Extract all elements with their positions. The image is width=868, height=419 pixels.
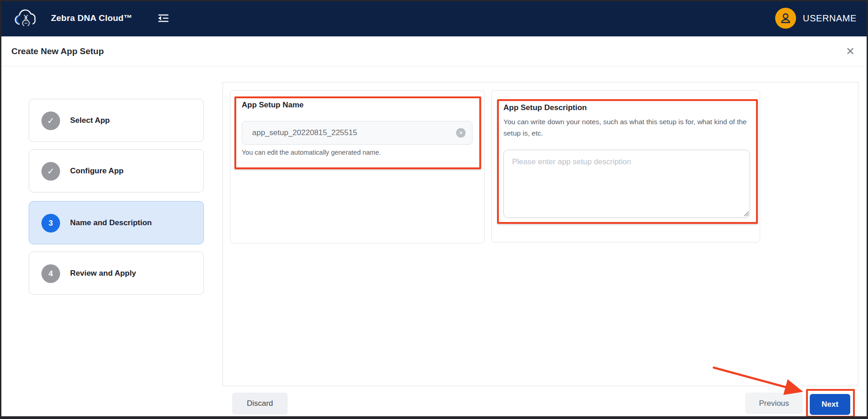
app-window: Zebra DNA Cloud™ USERNAME Create New App… [0, 0, 868, 419]
step-label: Select App [70, 116, 110, 125]
step-check-icon: ✓ [41, 111, 60, 130]
clear-input-icon[interactable]: ✕ [456, 128, 466, 138]
name-helper-text: You can edit the automatically generated… [242, 149, 381, 156]
page-title: Create New App Setup [11, 46, 104, 56]
step-configure-app[interactable]: ✓ Configure App [29, 149, 204, 192]
textarea-resize-handle-icon[interactable] [743, 210, 749, 218]
user-avatar-icon [775, 8, 796, 29]
zebra-dna-cloud-logo-icon [13, 6, 39, 30]
description-hint-text: You can write down your notes, such as w… [503, 116, 753, 139]
user-menu[interactable]: USERNAME [775, 8, 857, 29]
step-number-badge: 4 [41, 264, 60, 283]
step-label: Name and Description [70, 218, 152, 227]
step-check-icon: ✓ [41, 162, 60, 181]
app-setup-description-textarea[interactable] [503, 150, 750, 218]
previous-button[interactable]: Previous [745, 393, 803, 414]
app-setup-description-heading: App Setup Description [503, 103, 587, 112]
app-setup-name-card: App Setup Name ✕ You can edit the automa… [230, 90, 485, 243]
step-name-and-description[interactable]: 3 Name and Description [29, 201, 204, 244]
step-label: Configure App [70, 167, 123, 176]
step-number-badge: 3 [41, 214, 60, 232]
app-title: Zebra DNA Cloud™ [51, 13, 132, 23]
close-icon[interactable]: ✕ [843, 45, 857, 58]
app-setup-description-card: App Setup Description You can write down… [491, 90, 760, 242]
next-button[interactable]: Next [810, 394, 850, 415]
step-review-and-apply[interactable]: 4 Review and Apply [29, 252, 204, 295]
discard-button[interactable]: Discard [232, 393, 288, 414]
username-label: USERNAME [803, 13, 857, 24]
app-setup-name-input-wrap: ✕ [242, 121, 472, 145]
app-setup-name-input[interactable] [242, 121, 472, 145]
step-select-app[interactable]: ✓ Select App [29, 99, 204, 142]
menu-open-icon[interactable] [155, 11, 172, 25]
top-navbar: Zebra DNA Cloud™ USERNAME [0, 0, 868, 36]
step-label: Review and Apply [70, 269, 136, 278]
app-setup-name-heading: App Setup Name [242, 101, 304, 110]
modal-titlebar: Create New App Setup ✕ [0, 36, 868, 66]
